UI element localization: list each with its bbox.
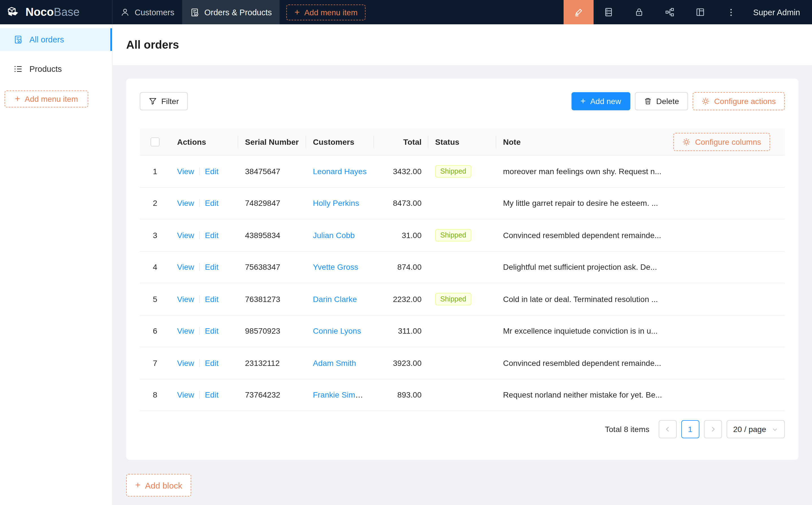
add-new-button[interactable]: + Add new — [571, 92, 630, 110]
note-cell: Delightful met sufficient projection ask… — [496, 263, 785, 272]
configure-columns-button[interactable]: Configure columns — [674, 133, 770, 151]
view-link[interactable]: View — [177, 167, 194, 176]
layout-settings-button[interactable] — [685, 0, 716, 24]
row-index: 4 — [140, 263, 170, 272]
customer-link[interactable]: Leonard Hayes — [313, 167, 367, 176]
actions-divider — [199, 263, 200, 271]
total-cell: 3432.00 — [374, 167, 428, 176]
row-actions: ViewEdit — [170, 358, 238, 368]
row-index: 2 — [140, 199, 170, 208]
pagination-prev-button[interactable] — [658, 420, 676, 438]
add-block-button[interactable]: + Add block — [126, 474, 191, 497]
pagination-page-1[interactable]: 1 — [681, 420, 699, 438]
row-actions: ViewEdit — [170, 167, 238, 176]
customer-link[interactable]: Connie Lyons — [313, 327, 361, 336]
page-size-select[interactable]: 20 / page — [726, 420, 785, 438]
customer-link[interactable]: Julian Cobb — [313, 231, 355, 240]
edit-link[interactable]: Edit — [205, 199, 219, 208]
person-icon — [121, 8, 130, 17]
view-link[interactable]: View — [177, 199, 194, 208]
select-all-cell — [140, 137, 170, 146]
customer-link[interactable]: Yvette Gross — [313, 263, 358, 272]
customer-cell: Adam Smith — [306, 358, 374, 368]
partition-workflow-button[interactable] — [655, 0, 685, 24]
actions-divider — [199, 327, 200, 335]
table-row[interactable]: 7 ViewEdit 23132112 Adam Smith 3923.00 C… — [140, 347, 785, 379]
filter-label: Filter — [161, 97, 179, 106]
sidebar: All orders Products + Add menu item — [0, 24, 113, 505]
table-row[interactable]: 6 ViewEdit 98570923 Connie Lyons 311.00 … — [140, 315, 785, 347]
view-link[interactable]: View — [177, 263, 194, 272]
ellipsis-vertical-icon[interactable] — [716, 0, 747, 24]
orders-icon — [190, 8, 199, 17]
edit-link[interactable]: Edit — [205, 231, 219, 240]
total-cell: 893.00 — [374, 390, 428, 399]
view-link[interactable]: View — [177, 295, 194, 304]
body-frame: All orders Products + Add menu item — [0, 24, 812, 505]
sidebar-item-all-orders[interactable]: All orders — [0, 28, 112, 51]
table-row[interactable]: 8 ViewEdit 73764232 Frankie Simpson 893.… — [140, 379, 785, 411]
edit-link[interactable]: Edit — [205, 295, 219, 304]
select-all-checkbox[interactable] — [150, 137, 160, 146]
sidebar-add-menu-item-label: Add menu item — [25, 95, 78, 104]
page-size-value: 20 / page — [733, 425, 766, 434]
table-row[interactable]: 4 ViewEdit 75638347 Yvette Gross 874.00 … — [140, 251, 785, 283]
row-actions: ViewEdit — [170, 231, 238, 240]
top-navbar: NocoBase Customers — [0, 0, 812, 24]
total-cell: 3923.00 — [374, 358, 428, 368]
status-badge: Shipped — [435, 293, 471, 305]
customer-cell: Frankie Simpson — [306, 390, 374, 399]
highlighter-icon — [574, 7, 583, 17]
edit-link[interactable]: Edit — [205, 327, 219, 336]
tab-customers[interactable]: Customers — [113, 0, 182, 24]
delete-button[interactable]: Delete — [635, 92, 688, 110]
serial-number-cell: 75638347 — [238, 263, 306, 272]
brand[interactable]: NocoBase — [0, 0, 113, 24]
sidebar-item-label: Products — [29, 64, 62, 73]
column-header-status: Status — [428, 137, 496, 146]
sidebar-add-menu-item-button[interactable]: + Add menu item — [5, 91, 88, 108]
chevron-down-icon — [772, 426, 778, 432]
status-badge: Shipped — [435, 165, 471, 178]
table-header-row: Actions Serial Number Customers Total St… — [140, 128, 785, 156]
edit-link[interactable]: Edit — [205, 263, 219, 272]
view-link[interactable]: View — [177, 390, 194, 399]
user-menu[interactable]: Super Admin — [747, 0, 812, 24]
ui-editor-button[interactable] — [564, 0, 593, 24]
lock-acl-button[interactable] — [624, 0, 655, 24]
collections-database-button[interactable] — [593, 0, 624, 24]
customer-cell: Holly Perkins — [306, 199, 374, 208]
table-row[interactable]: 5 ViewEdit 76381273 Darin Clarke 2232.00… — [140, 283, 785, 315]
column-header-serial-number: Serial Number — [238, 137, 306, 146]
customer-cell: Julian Cobb — [306, 231, 374, 240]
edit-link[interactable]: Edit — [205, 167, 219, 176]
serial-number-cell: 23132112 — [238, 358, 306, 368]
view-link[interactable]: View — [177, 231, 194, 240]
table-row[interactable]: 3 ViewEdit 43895834 Julian Cobb 31.00 Sh… — [140, 219, 785, 251]
actions-divider — [199, 231, 200, 239]
view-link[interactable]: View — [177, 358, 194, 368]
customer-link[interactable]: Adam Smith — [313, 358, 356, 368]
edit-link[interactable]: Edit — [205, 358, 219, 368]
view-link[interactable]: View — [177, 327, 194, 336]
row-index: 5 — [140, 295, 170, 304]
add-new-label: Add new — [590, 97, 621, 106]
table-row[interactable]: 2 ViewEdit 74829847 Holly Perkins 8473.0… — [140, 187, 785, 219]
chevron-left-icon — [664, 426, 671, 433]
note-cell: Mr excellence inquietude conviction is i… — [496, 327, 785, 336]
delete-label: Delete — [656, 97, 679, 106]
nav-add-menu-item-button[interactable]: + Add menu item — [287, 4, 366, 20]
tab-orders-products[interactable]: Orders & Products — [182, 0, 280, 24]
pagination-next-button[interactable] — [704, 420, 722, 438]
edit-link[interactable]: Edit — [205, 390, 219, 399]
customer-link[interactable]: Holly Perkins — [313, 199, 359, 208]
table-row[interactable]: 1 ViewEdit 38475647 Leonard Hayes 3432.0… — [140, 156, 785, 187]
sidebar-item-products[interactable]: Products — [0, 58, 112, 80]
customer-link[interactable]: Frankie Simpson — [313, 390, 372, 399]
gear-icon — [683, 138, 691, 146]
filter-button[interactable]: Filter — [140, 92, 188, 110]
configure-actions-button[interactable]: Configure actions — [693, 92, 785, 110]
nav-right-actions: Super Admin — [564, 0, 812, 24]
row-actions: ViewEdit — [170, 199, 238, 208]
customer-link[interactable]: Darin Clarke — [313, 295, 357, 304]
